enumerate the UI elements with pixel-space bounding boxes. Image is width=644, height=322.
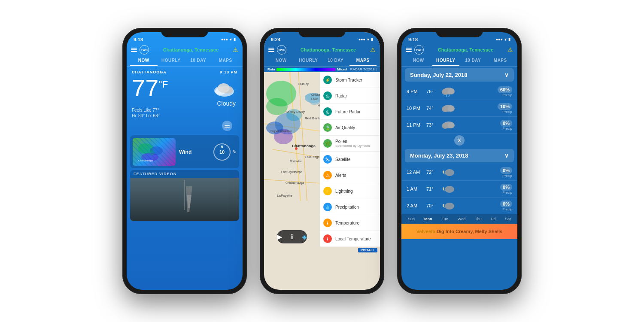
sunday-chevron: ∨ bbox=[504, 72, 509, 78]
header-row-1: TWC Chattanooga, Tennessee ⚠ bbox=[127, 44, 243, 55]
time-2am: 2 AM bbox=[407, 203, 424, 208]
menu-item-storm-tracker[interactable]: ⚡ Storm Tracker bbox=[320, 72, 380, 88]
monday-chevron: ∨ bbox=[504, 152, 509, 159]
menu-item-alerts[interactable]: ⚠ Alerts bbox=[320, 167, 380, 183]
menu-item-future-radar[interactable]: ◎ Future Radar bbox=[320, 104, 380, 120]
condition-label: Cloudy bbox=[212, 100, 237, 107]
menu-item-lightning[interactable]: ⚡ Lightning bbox=[320, 183, 380, 199]
svg-point-51 bbox=[448, 122, 455, 128]
day-sun[interactable]: Sun bbox=[406, 216, 416, 222]
svg-text:Chattanooga: Chattanooga bbox=[138, 159, 153, 162]
layers-button[interactable]: ◈ bbox=[302, 233, 307, 241]
menu-item-temperature[interactable]: 🌡 Temperature bbox=[320, 215, 380, 231]
location-2[interactable]: Chattanooga, Tennessee bbox=[289, 47, 368, 52]
svg-point-54 bbox=[445, 203, 454, 210]
tab-10day-3[interactable]: 10 DAY bbox=[459, 55, 487, 66]
tab-maps-1[interactable]: MAPS bbox=[212, 55, 240, 66]
svg-text:East Ridge: East Ridge bbox=[305, 155, 319, 159]
condition-section: Cloudy bbox=[212, 76, 237, 107]
menu-item-radar[interactable]: ◎ Radar bbox=[320, 88, 380, 104]
video-thumbnail[interactable] bbox=[130, 178, 239, 221]
notch-2 bbox=[298, 28, 346, 37]
svg-rect-13 bbox=[184, 180, 185, 210]
menu-item-local-temp[interactable]: 🌡 Local Temperature bbox=[320, 231, 380, 247]
time-11pm: 11 PM bbox=[407, 122, 424, 128]
tab-hourly-2[interactable]: HOURLY bbox=[295, 55, 322, 66]
phones-container: 9:18 ●●● ▾ ▮ TWC Chattanooga, Tennessee bbox=[0, 0, 644, 322]
day-fri[interactable]: Fri bbox=[489, 216, 498, 222]
partly-night-icon-12am bbox=[441, 167, 455, 178]
hamburger-menu-1[interactable] bbox=[131, 48, 137, 52]
svg-point-48 bbox=[448, 106, 455, 112]
precip-2am: 0% Precip bbox=[500, 200, 512, 211]
icon-2am bbox=[441, 200, 455, 211]
notch-3 bbox=[436, 28, 483, 37]
location-1[interactable]: Chattanooga, Tennessee bbox=[152, 47, 230, 52]
tab-maps-3[interactable]: MAPS bbox=[487, 55, 514, 66]
wind-section[interactable]: Chattanooga Wind N 10 ✎ bbox=[130, 135, 239, 168]
svg-point-53 bbox=[445, 186, 454, 193]
status-time-3: 9:18 bbox=[408, 37, 418, 42]
tab-hourly-1[interactable]: HOURLY bbox=[158, 55, 185, 66]
tab-10day-2[interactable]: 10 DAY bbox=[322, 55, 349, 66]
edit-icon[interactable]: ✎ bbox=[232, 149, 237, 155]
notch-1 bbox=[161, 28, 208, 37]
tab-bar-2: NOW HOURLY 10 DAY MAPS bbox=[264, 55, 380, 67]
info-button[interactable]: ℹ bbox=[291, 233, 293, 241]
day-mon[interactable]: Mon bbox=[422, 216, 434, 222]
menu-item-satellite[interactable]: 🛰 Satellite bbox=[320, 152, 380, 167]
alert-icon-3: ⚠ bbox=[507, 46, 513, 53]
tab-now-1[interactable]: NOW bbox=[130, 55, 158, 66]
menu-item-air-quality[interactable]: 🍃 Air Quality bbox=[320, 120, 380, 136]
precip-badge-10pm: 10% bbox=[498, 103, 512, 110]
menu-item-precipitation[interactable]: 💧 Precipitation bbox=[320, 199, 380, 215]
svg-point-3 bbox=[218, 83, 230, 93]
svg-point-7 bbox=[149, 150, 155, 155]
location-3[interactable]: Chattanooga, Tennessee bbox=[426, 47, 505, 52]
day-wed[interactable]: Wed bbox=[456, 216, 467, 222]
time-12am: 12 AM bbox=[407, 170, 424, 175]
compass: N 10 bbox=[213, 143, 231, 161]
day-sat[interactable]: Sat bbox=[503, 216, 513, 222]
precip-badge-1am: 0% bbox=[500, 184, 512, 191]
install-button[interactable]: INSTALL bbox=[358, 248, 377, 252]
tab-hourly-3[interactable]: HOURLY bbox=[432, 55, 460, 66]
tab-bar-1: NOW HOURLY 10 DAY MAPS bbox=[127, 55, 243, 67]
precip-badge-2am: 0% bbox=[500, 200, 512, 207]
menu-item-pollen[interactable]: 🌿 Pollen Sponsored by Dymista bbox=[320, 136, 380, 152]
time-label: 9:18 PM bbox=[220, 70, 237, 74]
hourly-row-9pm: 9 PM 76° 60% Precip bbox=[401, 83, 517, 100]
air-quality-label: Air Quality bbox=[335, 125, 355, 130]
tab-now-3[interactable]: NOW bbox=[405, 55, 432, 66]
tab-maps-2[interactable]: MAPS bbox=[349, 55, 377, 66]
svg-point-50 bbox=[442, 123, 449, 129]
precipitation-icon: 💧 bbox=[323, 203, 332, 211]
tab-10day-1[interactable]: 10 DAY bbox=[185, 55, 212, 66]
satellite-icon: 🛰 bbox=[323, 155, 332, 164]
day-thu[interactable]: Thu bbox=[473, 216, 483, 222]
ad-banner[interactable]: Velveeta Dig Into Creamy, Melty Shells bbox=[401, 224, 517, 239]
map-area[interactable]: Dunlap Soddy Daisy Signal Mountain Red B… bbox=[264, 72, 320, 247]
monday-header[interactable]: Monday, July 23, 2018 ∨ bbox=[405, 149, 514, 162]
icon-11pm bbox=[441, 119, 455, 131]
svg-point-47 bbox=[442, 106, 449, 112]
precip-11pm: 0% Precip bbox=[500, 120, 512, 131]
precip-label-9pm: Precip bbox=[498, 93, 512, 97]
hamburger-menu-2[interactable] bbox=[268, 48, 274, 52]
phone-3: 9:18 ●●● ▾ ▮ TWC Chattanooga, Tennessee bbox=[397, 28, 522, 294]
phone-2: 9:24 ●●● ▾ ▮ TWC Chattanooga, Tennessee bbox=[260, 28, 384, 294]
svg-text:Fort Oglethorpe: Fort Oglethorpe bbox=[281, 170, 302, 174]
cloud-icon-11pm bbox=[441, 119, 455, 131]
temp-11pm: 73° bbox=[426, 122, 438, 128]
video-background bbox=[130, 178, 239, 221]
menu-circle-1[interactable] bbox=[222, 121, 232, 131]
screen-1: 9:18 ●●● ▾ ▮ TWC Chattanooga, Tennessee bbox=[127, 32, 243, 290]
hourly-row-2am: 2 AM 70° 0% Precip bbox=[401, 197, 517, 214]
icon-9pm bbox=[441, 86, 455, 97]
tab-now-2[interactable]: NOW bbox=[267, 55, 295, 66]
day-tue[interactable]: Tue bbox=[440, 216, 450, 222]
dismiss-button[interactable]: X bbox=[454, 135, 465, 146]
sunday-header[interactable]: Sunday, July 22, 2018 ∨ bbox=[405, 68, 514, 82]
play-button[interactable]: ▶ bbox=[277, 233, 282, 241]
hamburger-menu-3[interactable] bbox=[406, 48, 412, 52]
